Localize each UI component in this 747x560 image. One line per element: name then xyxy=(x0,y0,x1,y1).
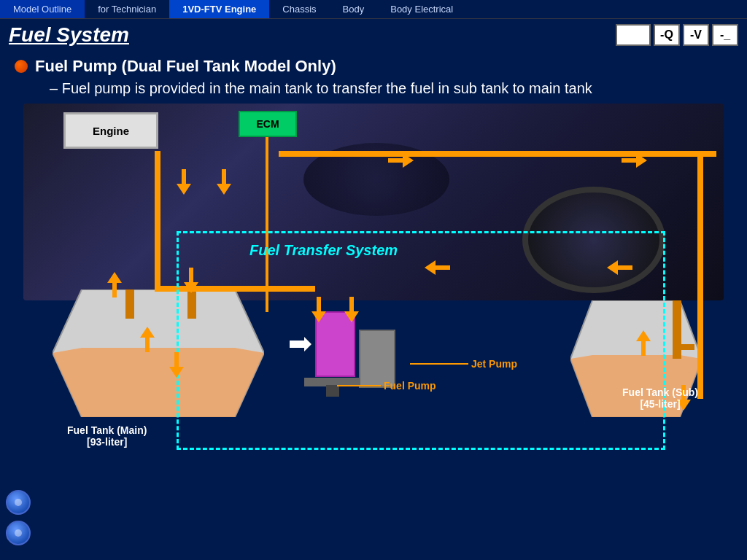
arrow-down-left xyxy=(184,268,198,296)
nav-chassis[interactable]: Chassis xyxy=(269,0,329,18)
pipe-top-horizontal xyxy=(279,151,716,157)
svg-marker-10 xyxy=(184,268,198,293)
main-tank-label-line1: Fuel Tank (Main) xyxy=(67,424,147,436)
sub-tank-label-line2: [45-liter] xyxy=(622,398,698,410)
bullet-main-text: Fuel Pump (Dual Fuel Tank Model Only) xyxy=(35,57,336,76)
toolbar: -Q -V -_ xyxy=(616,24,738,46)
fuel-pump-gray xyxy=(359,330,395,388)
arrow-right-top xyxy=(388,153,414,171)
top-navigation: Model Outline for Technician 1VD-FTV Eng… xyxy=(0,0,747,19)
arrow-down-engine2-svg xyxy=(217,169,231,195)
sub-tank-label: Fuel Tank (Sub) [45-liter] xyxy=(622,386,698,410)
bullet-icon xyxy=(15,60,28,73)
fuel-pump-annotation: Fuel Pump xyxy=(337,380,436,392)
arrow-up-main-left-svg xyxy=(107,272,122,298)
svg-marker-8 xyxy=(290,337,311,351)
svg-marker-11 xyxy=(177,169,191,195)
arrow-down-main xyxy=(169,352,184,381)
main-tank-label: Fuel Tank (Main) [93-liter] xyxy=(67,424,147,448)
nav-body-electrical[interactable]: Body Electrical xyxy=(377,0,466,18)
diagram-container: Engine ECM Fuel Transfer System xyxy=(23,104,724,461)
ecm-box: ECM xyxy=(239,111,297,137)
arrow-down-engine-svg xyxy=(177,169,191,195)
inlet-arrow-svg xyxy=(290,337,311,351)
svg-marker-22 xyxy=(169,352,184,378)
svg-marker-13 xyxy=(388,153,414,168)
inlet-arrow xyxy=(290,337,311,354)
jet-pump-label: Jet Pump xyxy=(471,358,517,370)
jet-pump-annotation: Jet Pump xyxy=(410,358,517,370)
arrow-up-main xyxy=(140,327,155,355)
toolbar-q-button[interactable]: -Q xyxy=(654,24,680,46)
svg-marker-18 xyxy=(344,297,359,322)
arrow-left-mid xyxy=(425,260,450,278)
nav-circle-prev[interactable] xyxy=(6,490,31,515)
svg-rect-2 xyxy=(125,289,134,319)
arrow-down-center-svg xyxy=(311,297,326,322)
fuel-transfer-label: Fuel Transfer System xyxy=(249,242,398,259)
svg-marker-12 xyxy=(217,169,231,195)
bullet-main: Fuel Pump (Dual Fuel Tank Model Only) xyxy=(15,57,732,76)
toolbar-dash-button[interactable]: -_ xyxy=(712,24,738,46)
bullet-sub-text: Fuel pump is provided in the main tank t… xyxy=(50,79,732,98)
arrow-down-center2-svg xyxy=(344,297,359,322)
arrow-up-main-svg xyxy=(140,327,155,352)
arrow-down-engine2 xyxy=(217,169,231,198)
fuel-transfer-border xyxy=(177,231,665,450)
arrow-down-center xyxy=(311,297,326,325)
svg-marker-16 xyxy=(607,260,632,275)
arrow-down-center2 xyxy=(344,297,359,325)
arrow-left-right xyxy=(607,260,632,278)
nav-model-outline[interactable]: Model Outline xyxy=(0,0,85,18)
toolbar-spacer xyxy=(616,24,651,46)
arrow-up-sub-svg xyxy=(636,330,651,356)
svg-marker-15 xyxy=(425,260,450,275)
engine-box: Engine xyxy=(63,112,158,149)
fuel-pump-label: Fuel Pump xyxy=(384,380,436,392)
arrow-right-top2 xyxy=(622,153,647,171)
header-bar: Fuel System -Q -V -_ xyxy=(0,19,747,51)
nav-body[interactable]: Body xyxy=(330,0,378,18)
arrow-down-engine xyxy=(177,169,191,198)
arrow-down-left-svg xyxy=(184,268,198,293)
svg-marker-21 xyxy=(140,327,155,352)
arrow-up-sub xyxy=(636,330,651,359)
jet-pump-line-svg xyxy=(410,363,468,365)
svg-marker-14 xyxy=(622,153,647,168)
svg-marker-9 xyxy=(107,272,122,298)
arrow-down-main-svg xyxy=(169,352,184,378)
page-title: Fuel System xyxy=(9,23,129,47)
toolbar-v-button[interactable]: -V xyxy=(683,24,709,46)
svg-marker-17 xyxy=(311,297,326,322)
nav-1vd-ftv-engine[interactable]: 1VD-FTV Engine xyxy=(169,0,269,18)
fuel-pump-line-svg xyxy=(337,385,381,386)
bullet-section: Fuel Pump (Dual Fuel Tank Model Only) Fu… xyxy=(15,57,732,98)
sub-tank-label-line1: Fuel Tank (Sub) xyxy=(622,386,698,398)
svg-marker-19 xyxy=(636,330,651,356)
arrow-right-top-svg xyxy=(388,153,414,168)
arrow-left-mid-svg xyxy=(425,260,450,275)
pipe-right-vertical xyxy=(697,151,703,399)
nav-for-technician[interactable]: for Technician xyxy=(85,0,169,18)
nav-circles xyxy=(6,490,31,545)
content-area: Fuel Pump (Dual Fuel Tank Model Only) Fu… xyxy=(0,51,747,98)
svg-rect-7 xyxy=(673,344,694,350)
arrow-up-main-left xyxy=(107,272,122,300)
arrow-right-top2-svg xyxy=(622,153,647,168)
pipe-left-vertical xyxy=(155,151,160,289)
main-tank-label-line2: [93-liter] xyxy=(67,436,147,448)
nav-circle-next[interactable] xyxy=(6,521,31,545)
arrow-left-right-svg xyxy=(607,260,632,275)
